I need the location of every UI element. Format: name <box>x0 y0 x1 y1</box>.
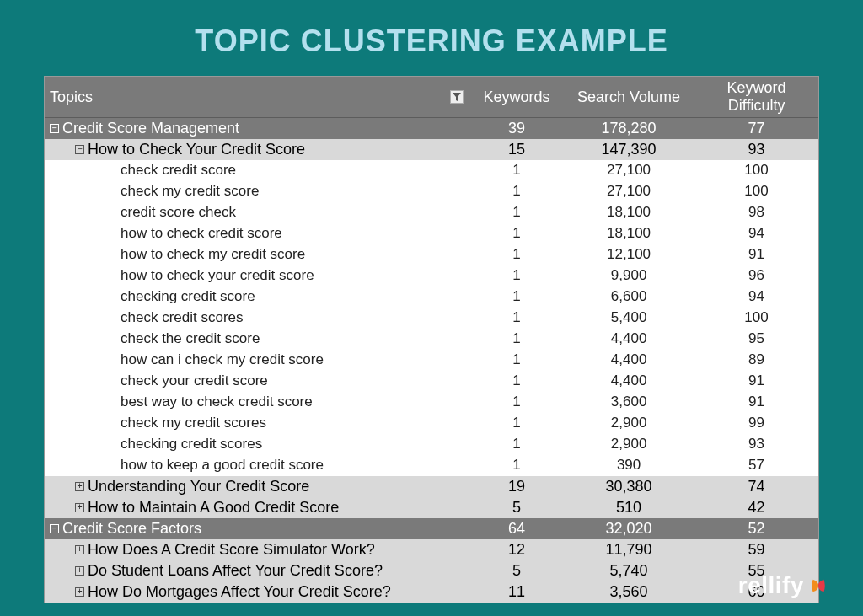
keywords-cell: 1 <box>470 181 563 202</box>
keywords-cell: 1 <box>470 371 563 392</box>
topic-label: how to keep a good credit score <box>121 457 324 473</box>
topic-cell[interactable]: +Understanding Your Credit Score <box>45 476 470 498</box>
topic-cell[interactable]: +How to Maintain A Good Credit Score <box>45 497 470 518</box>
topic-cell: how to check credit score <box>45 223 470 244</box>
keywords-cell: 1 <box>470 308 563 329</box>
expand-icon[interactable]: + <box>75 503 84 512</box>
difficulty-cell: 98 <box>694 202 818 223</box>
difficulty-cell: 52 <box>694 518 818 539</box>
table-row: checking credit score16,60094 <box>45 287 818 308</box>
difficulty-cell: 77 <box>694 118 818 140</box>
topic-cell[interactable]: −Credit Score Factors <box>45 518 470 539</box>
topic-cell: best way to check credit score <box>45 392 470 413</box>
keywords-cell: 1 <box>470 455 563 476</box>
topic-label: How Do Mortgages Affect Your Credit Scor… <box>88 583 391 600</box>
keywords-cell: 1 <box>470 223 563 244</box>
keywords-cell: 64 <box>470 518 563 539</box>
topic-label: checking credit score <box>121 288 255 304</box>
difficulty-cell: 94 <box>694 223 818 244</box>
table-row: −How to Check Your Credit Score15147,390… <box>45 139 818 160</box>
table-row: +Do Student Loans Affect Your Credit Sco… <box>45 560 818 581</box>
expand-icon[interactable]: + <box>75 482 84 491</box>
topic-label: check my credit scores <box>121 415 266 431</box>
topic-cell[interactable]: +Do Student Loans Affect Your Credit Sco… <box>45 560 470 581</box>
collapse-icon[interactable]: − <box>50 524 59 533</box>
page-title: TOPIC CLUSTERING EXAMPLE <box>0 0 863 76</box>
search_volume-cell: 18,100 <box>563 202 694 223</box>
search_volume-cell: 390 <box>563 455 694 476</box>
search_volume-cell: 510 <box>563 497 694 518</box>
keywords-cell: 1 <box>470 202 563 223</box>
table-row: +Understanding Your Credit Score1930,380… <box>45 476 818 498</box>
topic-cell: checking credit scores <box>45 434 470 455</box>
topic-label: check credit score <box>121 162 236 178</box>
difficulty-cell: 91 <box>694 371 818 392</box>
table-row: −Credit Score Management39178,28077 <box>45 118 818 140</box>
topic-label: checking credit scores <box>121 436 262 452</box>
search_volume-cell: 3,560 <box>563 581 694 603</box>
filter-icon[interactable] <box>450 90 464 104</box>
column-header-keywords[interactable]: Keywords <box>470 77 563 118</box>
table-row: +How Does A Credit Score Simulator Work?… <box>45 539 818 560</box>
topic-cell: check credit score <box>45 160 470 181</box>
topic-label: check credit scores <box>121 309 244 325</box>
keywords-cell: 1 <box>470 244 563 265</box>
brand-logo: rellify <box>738 572 828 599</box>
column-header-search-volume[interactable]: Search Volume <box>563 77 694 118</box>
table-row: how to check my credit score112,10091 <box>45 244 818 265</box>
topic-cell: credit score check <box>45 202 470 223</box>
expand-icon[interactable]: + <box>75 566 84 576</box>
table-row: how can i check my credit score14,40089 <box>45 350 818 371</box>
table-row: −Credit Score Factors6432,02052 <box>45 518 818 539</box>
collapse-icon[interactable]: − <box>75 145 84 154</box>
difficulty-cell: 57 <box>694 455 818 476</box>
difficulty-cell: 89 <box>694 350 818 371</box>
difficulty-cell: 94 <box>694 287 818 308</box>
table-row: check the credit score14,40095 <box>45 329 818 350</box>
topic-cell: check credit scores <box>45 308 470 329</box>
keywords-cell: 1 <box>470 392 563 413</box>
topic-cell[interactable]: +How Do Mortgages Affect Your Credit Sco… <box>45 581 470 603</box>
topic-label: check your credit score <box>121 372 268 388</box>
topic-cell: how to keep a good credit score <box>45 455 470 476</box>
topic-cell[interactable]: +How Does A Credit Score Simulator Work? <box>45 539 470 560</box>
search_volume-cell: 4,400 <box>563 371 694 392</box>
table-row: +How to Maintain A Good Credit Score5510… <box>45 497 818 518</box>
search_volume-cell: 4,400 <box>563 350 694 371</box>
search_volume-cell: 9,900 <box>563 265 694 287</box>
column-header-keyword-difficulty[interactable]: Keyword Difficulty <box>694 77 818 118</box>
search_volume-cell: 18,100 <box>563 223 694 244</box>
difficulty-cell: 74 <box>694 476 818 498</box>
search_volume-cell: 178,280 <box>563 118 694 140</box>
topic-label: How to Maintain A Good Credit Score <box>88 499 339 516</box>
keywords-cell: 11 <box>470 581 563 603</box>
difficulty-cell: 42 <box>694 497 818 518</box>
table-row: check my credit score127,100100 <box>45 181 818 202</box>
table-row: checking credit scores12,90093 <box>45 434 818 455</box>
table-row: how to keep a good credit score139057 <box>45 455 818 476</box>
topic-cell: checking credit score <box>45 287 470 308</box>
keywords-cell: 15 <box>470 139 563 160</box>
topic-cell[interactable]: −Credit Score Management <box>45 118 470 140</box>
difficulty-cell: 59 <box>694 539 818 560</box>
expand-icon[interactable]: + <box>75 545 84 554</box>
topic-label: how can i check my credit score <box>121 351 324 367</box>
difficulty-cell: 91 <box>694 244 818 265</box>
search_volume-cell: 11,790 <box>563 539 694 560</box>
topic-label: Understanding Your Credit Score <box>88 478 309 495</box>
search_volume-cell: 12,100 <box>563 244 694 265</box>
topic-cell[interactable]: −How to Check Your Credit Score <box>45 139 470 160</box>
keywords-cell: 19 <box>470 476 563 498</box>
topic-cell: check the credit score <box>45 329 470 350</box>
collapse-icon[interactable]: − <box>50 124 59 133</box>
difficulty-cell: 96 <box>694 265 818 287</box>
difficulty-cell: 93 <box>694 434 818 455</box>
search_volume-cell: 27,100 <box>563 181 694 202</box>
topic-cell: how can i check my credit score <box>45 350 470 371</box>
svg-marker-0 <box>453 93 461 101</box>
topics-table-container: Topics Keywords Search Volume Keyword Di… <box>44 76 819 603</box>
topic-label: how to check credit score <box>121 225 282 241</box>
column-header-topics[interactable]: Topics <box>45 77 470 118</box>
expand-icon[interactable]: + <box>75 587 84 597</box>
keywords-cell: 5 <box>470 497 563 518</box>
